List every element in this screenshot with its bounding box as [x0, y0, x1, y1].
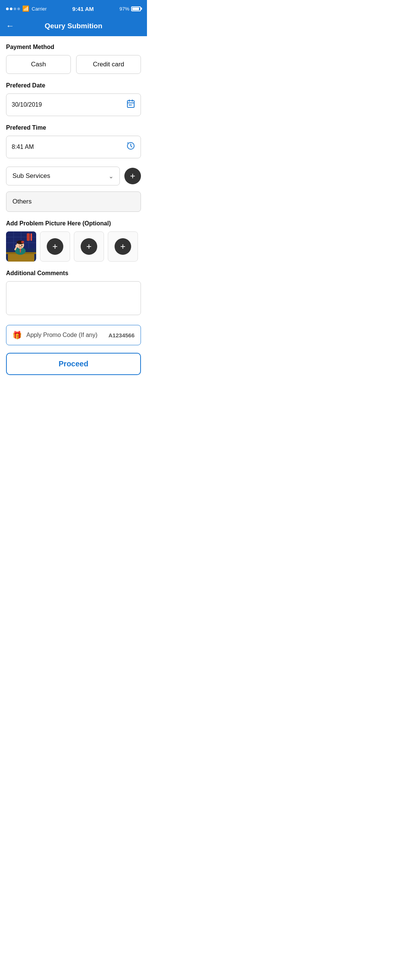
status-right: 97% — [119, 6, 141, 12]
status-time: 9:41 AM — [72, 6, 94, 12]
payment-method-section: Payment Method Cash Credit card — [6, 44, 141, 74]
comments-textarea[interactable] — [6, 281, 141, 315]
wifi-icon: 📶 — [22, 5, 29, 12]
credit-card-button[interactable]: Credit card — [76, 55, 141, 74]
date-input[interactable]: 30/10/2019 — [6, 94, 141, 116]
main-content: Payment Method Cash Credit card Prefered… — [0, 36, 147, 394]
battery-percent: 97% — [119, 6, 129, 12]
others-section: Others — [6, 191, 141, 212]
chevron-down-icon: ⌄ — [108, 173, 113, 180]
problem-picture-section: Add Problem Picture Here (Optional) — [6, 220, 141, 262]
sub-services-label: Sub Services — [13, 172, 108, 180]
svg-rect-17 — [8, 254, 34, 262]
battery-icon — [131, 6, 141, 11]
additional-comments-section: Additional Comments — [6, 270, 141, 317]
header: ← Qeury Submition — [0, 17, 147, 36]
sub-services-dropdown[interactable]: Sub Services ⌄ — [6, 167, 120, 185]
promo-code-section: 🎁 Apply Promo Code (If any) A1234566 — [6, 325, 141, 345]
additional-comments-label: Additional Comments — [6, 270, 141, 277]
plus-icon: + — [130, 171, 135, 181]
add-picture-4-button[interactable]: + — [114, 238, 131, 255]
signal-icon — [6, 8, 20, 10]
preferred-time-section: Prefered Time 8:41 AM — [6, 124, 141, 158]
page-title: Qeury Submition — [19, 22, 128, 30]
sub-services-section: Sub Services ⌄ + — [6, 167, 141, 185]
status-bar: 📶 Carrier 9:41 AM 97% — [0, 0, 147, 17]
svg-rect-14 — [27, 233, 30, 241]
picture-slot-4[interactable]: + — [108, 231, 138, 262]
picture-slot-2[interactable]: + — [40, 231, 70, 262]
svg-rect-15 — [30, 233, 32, 241]
plus-icon-3: + — [86, 241, 92, 252]
preferred-date-section: Prefered Date 30/10/2019 — [6, 82, 141, 116]
clock-icon — [126, 142, 135, 153]
promo-label: Apply Promo Code (If any) — [26, 332, 104, 339]
svg-point-21 — [21, 241, 24, 243]
preferred-date-label: Prefered Date — [6, 82, 141, 89]
add-picture-2-button[interactable]: + — [47, 238, 63, 255]
proceed-section: Proceed — [6, 353, 141, 387]
promo-code-field[interactable]: 🎁 Apply Promo Code (If any) A1234566 — [6, 325, 141, 345]
add-picture-3-button[interactable]: + — [81, 238, 97, 255]
svg-rect-5 — [130, 104, 132, 105]
svg-rect-0 — [127, 101, 134, 107]
payment-method-label: Payment Method — [6, 44, 141, 51]
calendar-icon — [126, 99, 135, 110]
svg-point-23 — [21, 245, 22, 246]
picture-slot-1[interactable] — [6, 231, 36, 262]
back-button[interactable]: ← — [6, 21, 14, 31]
others-field[interactable]: Others — [6, 191, 141, 212]
add-sub-service-button[interactable]: + — [124, 168, 141, 184]
time-input[interactable]: 8:41 AM — [6, 136, 141, 158]
status-left: 📶 Carrier — [6, 5, 47, 12]
cash-button[interactable]: Cash — [6, 55, 71, 74]
carrier-label: Carrier — [32, 6, 47, 12]
promo-code-value: A1234566 — [108, 332, 135, 339]
plus-icon-4: + — [120, 241, 126, 252]
gift-icon: 🎁 — [13, 331, 22, 340]
picture-grid: + + + — [6, 231, 141, 262]
preferred-time-label: Prefered Time — [6, 124, 141, 131]
proceed-button[interactable]: Proceed — [6, 353, 141, 375]
payment-buttons-group: Cash Credit card — [6, 55, 141, 74]
svg-rect-4 — [129, 104, 130, 105]
plus-icon-2: + — [52, 241, 58, 252]
problem-picture-label: Add Problem Picture Here (Optional) — [6, 220, 141, 227]
picture-slot-3[interactable]: + — [74, 231, 104, 262]
date-value: 30/10/2019 — [12, 102, 126, 108]
time-value: 8:41 AM — [12, 143, 126, 150]
